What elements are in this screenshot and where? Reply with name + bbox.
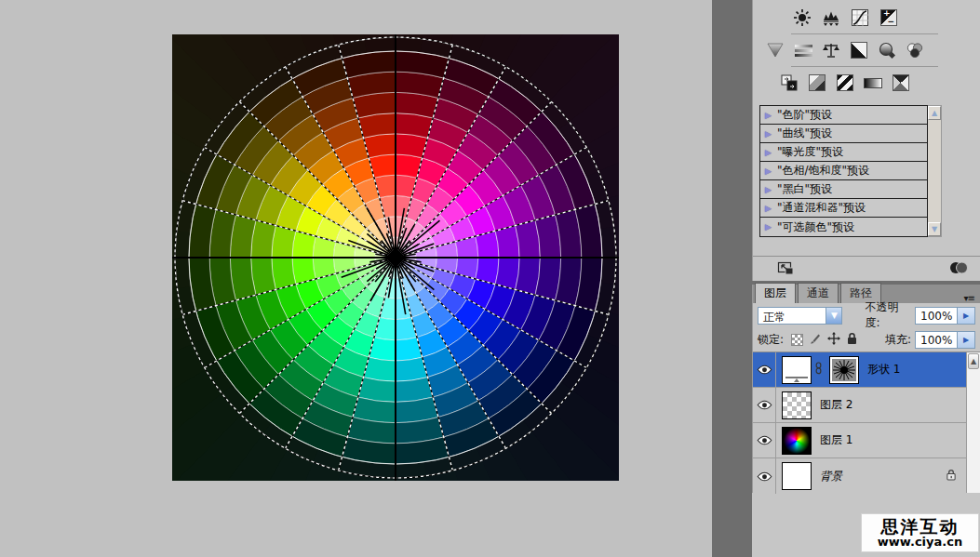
visibility-eye-icon[interactable] — [753, 352, 776, 387]
preset-curves[interactable]: ▶ "曲线"预设 — [760, 125, 927, 143]
opacity-slider-arrow-icon[interactable]: ▶ — [958, 307, 975, 325]
expand-triangle-icon[interactable]: ▶ — [765, 185, 772, 194]
scroll-up-icon[interactable]: ▲ — [928, 106, 941, 120]
panel-dock: +− — [752, 0, 980, 557]
photo-filter-icon[interactable] — [878, 41, 896, 60]
lock-paint-icon[interactable] — [809, 332, 822, 348]
posterize-icon[interactable] — [808, 73, 826, 92]
layer-row-layer-1[interactable]: 图层 1 — [753, 423, 966, 458]
opacity-label: 不透明度: — [865, 299, 911, 331]
visibility-eye-icon[interactable] — [753, 458, 776, 494]
lock-label: 锁定: — [758, 332, 784, 348]
layers-panel: 图层 通道 路径 ▾≡ 正常 ▼ 不透明度: 100% ▶ 锁定: — [752, 285, 980, 493]
dock-gutter — [712, 0, 752, 557]
layer-thumbnail[interactable] — [782, 391, 812, 419]
layer-name: 背景 — [820, 469, 842, 484]
tab-channels[interactable]: 通道 — [798, 283, 839, 303]
visibility-eye-icon[interactable] — [753, 388, 776, 422]
layer-row-shape-1[interactable]: 形状 1 — [753, 352, 966, 388]
adjustments-panel: +− — [752, 0, 980, 281]
document-canvas[interactable] — [172, 34, 619, 481]
layer-thumbnail[interactable] — [782, 462, 812, 490]
shape-fill-thumbnail[interactable] — [782, 356, 812, 384]
preset-channel-mixer[interactable]: ▶ "通道混和器"预设 — [760, 199, 927, 218]
workspace — [0, 0, 712, 557]
opacity-input[interactable]: 100% — [915, 307, 958, 325]
invert-icon[interactable] — [780, 73, 799, 92]
adjustment-icon-row-3 — [780, 73, 980, 92]
lock-all-icon[interactable] — [846, 332, 858, 348]
layers-list: 形状 1 图层 2 图层 1 — [753, 351, 980, 493]
expand-triangle-icon[interactable]: ▶ — [765, 222, 772, 232]
layer-name: 图层 1 — [820, 432, 852, 448]
threshold-icon[interactable] — [836, 73, 854, 92]
preset-black-white[interactable]: ▶ "黑白"预设 — [760, 180, 927, 199]
adjustment-icon-row-1: +− — [793, 8, 980, 27]
adjustments-divider-1 — [791, 33, 938, 34]
visibility-eye-icon[interactable] — [753, 423, 776, 458]
adjustments-divider-2 — [791, 66, 938, 67]
curves-icon[interactable] — [851, 8, 869, 27]
layers-scrollbar[interactable]: ▲ — [966, 352, 980, 493]
levels-icon[interactable] — [822, 8, 840, 27]
clip-to-layer-icon[interactable] — [948, 260, 969, 278]
channel-mixer-icon[interactable] — [906, 41, 924, 60]
vector-mask-thumbnail[interactable] — [829, 356, 859, 384]
lock-position-icon[interactable] — [827, 332, 840, 348]
layer-thumbnail[interactable] — [782, 427, 812, 455]
adjustments-preset-list: ▶ "色阶"预设 ▶ "曲线"预设 ▶ "曝光度"预设 ▶ "色相/饱和度"预设… — [759, 105, 942, 237]
selective-color-icon[interactable] — [892, 73, 910, 92]
preset-levels[interactable]: ▶ "色阶"预设 — [760, 106, 927, 125]
adjustment-icon-row-2 — [766, 41, 980, 60]
brightness-contrast-icon[interactable] — [793, 8, 812, 27]
scroll-down-icon[interactable]: ▼ — [928, 222, 941, 236]
blend-mode-row: 正常 ▼ 不透明度: 100% ▶ — [753, 303, 980, 327]
scroll-up-icon[interactable]: ▲ — [968, 353, 979, 369]
panel-menu-icon[interactable]: ▾≡ — [964, 293, 974, 303]
link-mask-icon[interactable] — [815, 362, 822, 378]
vibrance-icon[interactable] — [766, 41, 785, 60]
hue-saturation-icon[interactable] — [794, 41, 812, 60]
exposure-icon[interactable]: +− — [879, 8, 898, 27]
gradient-map-icon[interactable] — [864, 73, 882, 92]
adjustments-footer — [753, 256, 980, 281]
tab-layers[interactable]: 图层 — [755, 283, 796, 303]
expand-triangle-icon[interactable]: ▶ — [765, 129, 772, 139]
color-balance-icon[interactable] — [822, 41, 840, 60]
layer-name: 形状 1 — [867, 362, 900, 378]
preset-scrollbar[interactable]: ▲ ▼ — [928, 105, 942, 237]
lock-transparency-icon[interactable] — [791, 334, 803, 346]
blend-mode-select[interactable]: 正常 ▼ — [758, 307, 842, 325]
expand-triangle-icon[interactable]: ▶ — [765, 148, 772, 157]
chevron-down-icon[interactable]: ▼ — [826, 308, 841, 324]
watermark-url: www.ciya.cn — [862, 536, 978, 549]
expand-triangle-icon[interactable]: ▶ — [765, 166, 772, 176]
expand-triangle-icon[interactable]: ▶ — [765, 204, 772, 213]
watermark: 思洋互动 www.ciya.cn — [861, 513, 979, 552]
layer-row-background[interactable]: 背景 — [753, 458, 966, 494]
expand-triangle-icon[interactable]: ▶ — [765, 111, 772, 120]
layer-row-layer-2[interactable]: 图层 2 — [753, 388, 966, 423]
layer-name: 图层 2 — [820, 397, 852, 413]
fill-label: 填充: — [885, 332, 911, 348]
background-lock-icon — [946, 469, 957, 484]
black-white-icon[interactable] — [850, 41, 868, 60]
watermark-title: 思洋互动 — [862, 517, 978, 536]
preset-selective-color[interactable]: ▶ "可选颜色"预设 — [760, 218, 927, 236]
fill-input[interactable]: 100% — [915, 331, 958, 349]
preset-hue-saturation[interactable]: ▶ "色相/饱和度"预设 — [760, 162, 927, 180]
fill-slider-arrow-icon[interactable]: ▶ — [958, 331, 975, 349]
preset-exposure[interactable]: ▶ "曝光度"预设 — [760, 143, 927, 162]
expanded-view-icon[interactable] — [777, 259, 794, 278]
